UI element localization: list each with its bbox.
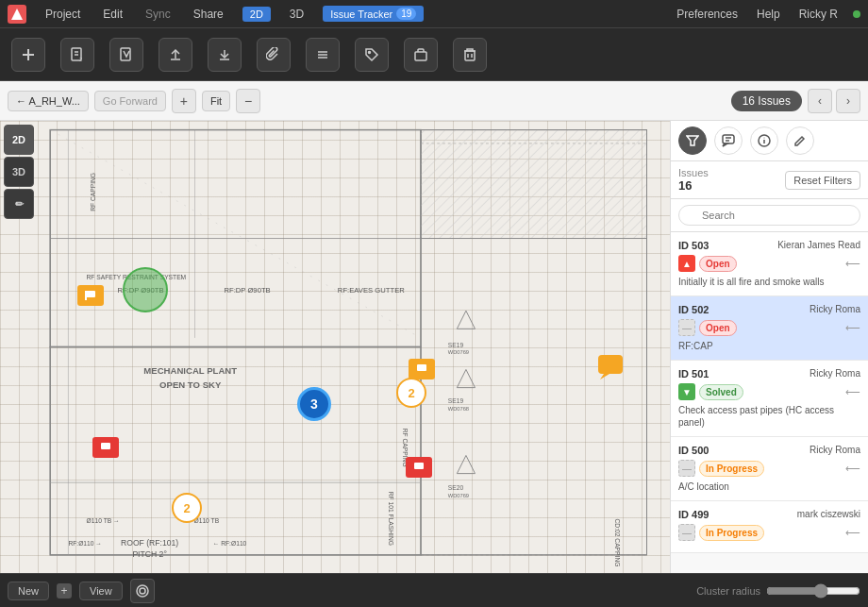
2d-view-btn[interactable]: 2D bbox=[4, 125, 34, 155]
svg-rect-16 bbox=[415, 52, 426, 60]
menu-help[interactable]: Help bbox=[753, 6, 784, 23]
priority-dash-icon-502: — bbox=[678, 319, 695, 336]
app-logo bbox=[8, 5, 26, 24]
new-label: New bbox=[18, 585, 39, 597]
svg-point-73 bbox=[764, 138, 765, 139]
panel-actions bbox=[671, 121, 868, 161]
svg-marker-65 bbox=[600, 374, 609, 379]
tag-tool-btn[interactable] bbox=[355, 38, 389, 72]
search-wrapper: 🔍 bbox=[678, 205, 860, 226]
forward-button[interactable]: Go Forward bbox=[94, 91, 166, 111]
attach-tool-btn[interactable] bbox=[257, 38, 291, 72]
issue-tracker-badge[interactable]: Issue Tracker 19 bbox=[323, 6, 424, 22]
view-3d-btn[interactable]: 3D bbox=[286, 6, 308, 23]
view-button[interactable]: View bbox=[79, 582, 123, 600]
link-icon-500[interactable]: ⟵ bbox=[845, 463, 860, 475]
blueprint-background bbox=[0, 121, 670, 573]
issue-count: 19 bbox=[396, 8, 416, 20]
prev-issue-arrow[interactable]: ‹ bbox=[808, 89, 832, 113]
next-issue-arrow[interactable]: › bbox=[836, 89, 860, 113]
reset-filters-button[interactable]: Reset Filters bbox=[785, 171, 860, 190]
right-panel: Issues 16 Reset Filters 🔍 ID 503 Kieran … bbox=[670, 121, 868, 573]
issues-header: Issues 16 Reset Filters bbox=[671, 161, 868, 199]
zoom-in-button[interactable]: + bbox=[172, 89, 196, 113]
menu-bar: Project Edit Sync Share 2D 3D Issue Trac… bbox=[0, 0, 868, 28]
issue-card-502[interactable]: ID 502 Ricky Roma — Open ⟵ RF:CAP bbox=[671, 296, 868, 361]
issue-tracker-label: Issue Tracker bbox=[330, 8, 392, 20]
status-badge-501: Solved bbox=[699, 384, 743, 400]
issue-marker-orange-1[interactable] bbox=[77, 285, 104, 306]
issue-card-header-500: ID 500 Ricky Roma bbox=[678, 445, 860, 456]
issue-card-header-501: ID 501 Ricky Roma bbox=[678, 368, 860, 379]
back-button[interactable]: ← A_RH_W... bbox=[8, 91, 89, 111]
pdf1-tool-btn[interactable]: 2 bbox=[60, 38, 94, 72]
link-icon-503[interactable]: ⟵ bbox=[845, 258, 860, 270]
view-2d-badge[interactable]: 2D bbox=[242, 7, 271, 22]
issue-card-503[interactable]: ID 503 Kieran James Read ▲ Open ⟵ Initia… bbox=[671, 232, 868, 296]
svg-rect-60 bbox=[417, 364, 426, 371]
zoom-out-button[interactable]: − bbox=[236, 89, 260, 113]
status-badge-499: In Progress bbox=[699, 525, 764, 541]
cluster-radius-slider[interactable] bbox=[766, 583, 860, 599]
list-tool-btn[interactable] bbox=[306, 38, 340, 72]
new-button[interactable]: New bbox=[8, 582, 49, 600]
menu-project[interactable]: Project bbox=[42, 6, 84, 23]
add-issue-btn[interactable]: + bbox=[57, 583, 72, 599]
upload-tool-btn[interactable] bbox=[159, 38, 192, 72]
issue-status-row-500: — In Progress ⟵ bbox=[678, 460, 860, 477]
cursor-indicator bbox=[123, 267, 168, 312]
link-icon-501[interactable]: ⟵ bbox=[845, 386, 860, 398]
issue-marker-orange-2[interactable]: 2 bbox=[396, 378, 426, 408]
issue-id-502: ID 502 bbox=[678, 304, 709, 315]
issue-card-500[interactable]: ID 500 Ricky Roma — In Progress ⟵ A/C lo… bbox=[671, 437, 868, 501]
issue-marker-blue-3[interactable]: 3 bbox=[297, 387, 331, 421]
left-tools-panel: 2D 3D ✏ bbox=[0, 121, 38, 223]
bottom-bar: New + View Cluster radius bbox=[0, 573, 868, 607]
priority-up-icon: ▲ bbox=[678, 255, 695, 272]
search-input[interactable] bbox=[678, 205, 860, 226]
briefcase-tool-btn[interactable] bbox=[404, 38, 438, 72]
fit-button[interactable]: Fit bbox=[202, 91, 230, 111]
issues-label-group: Issues 16 bbox=[678, 167, 709, 193]
user-status-dot bbox=[853, 10, 860, 18]
issue-marker-red-3[interactable] bbox=[406, 457, 432, 478]
edit-panel-btn[interactable] bbox=[786, 126, 814, 155]
issue-marker-orange-2b[interactable]: 2 bbox=[172, 493, 202, 523]
main-content: SE19 WD0769 SE19 WD0768 SE20 WD0769 RF:D… bbox=[0, 121, 868, 573]
search-box: 🔍 bbox=[671, 199, 868, 232]
menu-sync[interactable]: Sync bbox=[142, 6, 175, 23]
svg-rect-61 bbox=[101, 443, 110, 449]
cluster-radius-label: Cluster radius bbox=[696, 585, 760, 597]
issue-marker-red-1[interactable] bbox=[409, 359, 435, 379]
issue-card-501[interactable]: ID 501 Ricky Roma ▼ Solved ⟵ Check acces… bbox=[671, 361, 868, 437]
issue-status-row-499: — In Progress ⟵ bbox=[678, 524, 860, 541]
pdf2-tool-btn[interactable] bbox=[109, 38, 143, 72]
issue-card-header-502: ID 502 Ricky Roma bbox=[678, 304, 860, 315]
issue-assignee-502: Ricky Roma bbox=[810, 304, 860, 314]
menu-edit[interactable]: Edit bbox=[99, 6, 126, 23]
issue-id-500: ID 500 bbox=[678, 445, 709, 456]
svg-point-75 bbox=[137, 585, 148, 597]
issue-desc-503: Initially it is all fire and smoke walls bbox=[678, 276, 860, 288]
download-tool-btn[interactable] bbox=[208, 38, 242, 72]
issue-marker-red-2[interactable] bbox=[92, 437, 119, 458]
menu-share[interactable]: Share bbox=[190, 6, 227, 23]
issue-status-row-501: ▼ Solved ⟵ bbox=[678, 383, 860, 400]
view-toggle-btn[interactable] bbox=[130, 579, 155, 603]
add-tool-btn[interactable] bbox=[11, 38, 45, 72]
svg-rect-62 bbox=[414, 463, 424, 469]
link-icon-499[interactable]: ⟵ bbox=[845, 527, 860, 539]
3d-view-btn[interactable]: 3D bbox=[4, 157, 34, 187]
info-panel-btn[interactable] bbox=[750, 126, 778, 155]
filter-panel-btn[interactable] bbox=[678, 126, 707, 155]
pencil-tool-btn[interactable]: ✏ bbox=[4, 189, 34, 219]
comment-panel-btn[interactable] bbox=[714, 126, 743, 155]
issues-label: Issues bbox=[678, 167, 709, 178]
link-icon-502[interactable]: ⟵ bbox=[845, 322, 860, 334]
canvas-area[interactable]: SE19 WD0769 SE19 WD0768 SE20 WD0769 RF:D… bbox=[0, 121, 670, 573]
cluster-radius-area: Cluster radius bbox=[696, 583, 860, 599]
trash-tool-btn[interactable] bbox=[453, 38, 487, 72]
issue-marker-chat-1[interactable] bbox=[596, 353, 625, 383]
issue-card-499[interactable]: ID 499 mark ciszewski — In Progress ⟵ bbox=[671, 501, 868, 553]
menu-preferences[interactable]: Preferences bbox=[673, 6, 742, 23]
